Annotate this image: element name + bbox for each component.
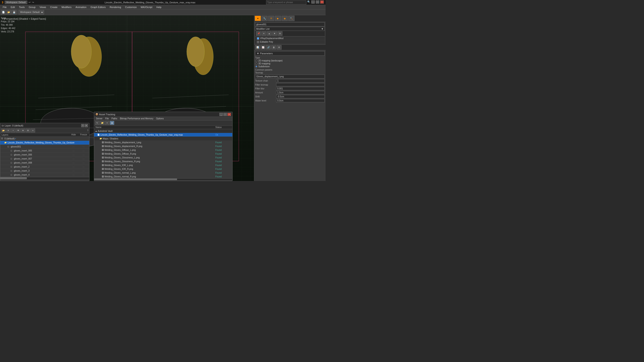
layers-hide-all-btn[interactable]: 👁 <box>16 128 20 132</box>
layer-row[interactable]: ☰0 (default)✓ <box>0 137 89 141</box>
menu-item-group[interactable]: Group <box>27 5 37 9</box>
modifier-vray-disp[interactable]: VRayDisplacementMod <box>255 37 325 40</box>
asset-table-btn[interactable]: ▦ <box>110 121 114 125</box>
asset-row[interactable]: ☁Autodesk Vault <box>94 129 232 133</box>
asset-row[interactable]: 🖼Welding_Gloves_Diffuse_R.pngFound <box>94 152 232 156</box>
show-end-result-btn[interactable]: 📊 <box>255 45 260 50</box>
menu-item-animation[interactable]: Animation <box>74 5 88 9</box>
layers-open-btn[interactable]: 📂 <box>1 128 6 132</box>
layers-settings1-btn[interactable]: ⚙ <box>26 128 30 132</box>
asset-row[interactable]: 🖼Welding_Gloves_Diffuse_L.pngFound <box>94 148 232 152</box>
toolbar-undo[interactable]: ↩ <box>28 1 31 4</box>
object-name-input[interactable] <box>255 22 325 26</box>
menu-item-create[interactable]: Create <box>48 5 59 9</box>
layers-delete-btn[interactable]: ✕ <box>6 128 10 132</box>
asset-minimize-btn[interactable]: _ <box>219 113 223 116</box>
layers-help-icon[interactable]: ? <box>87 129 88 132</box>
layer-row[interactable]: 📁Lincoln_Electric_Reflective_Welding_Glo… <box>0 141 89 145</box>
search-input[interactable] <box>266 0 306 4</box>
asset-scrollbar[interactable] <box>94 178 232 180</box>
maximize-button[interactable]: □ <box>316 0 319 3</box>
asset-row[interactable]: 📁Maps / Shaders <box>94 137 232 141</box>
panel-tab-utilities[interactable]: 🔨 <box>288 16 294 21</box>
menu-item-rendering[interactable]: Rendering <box>108 5 123 9</box>
layer-row[interactable]: ◻gloves_insert_005—— <box>0 149 89 153</box>
filter-texmap-value[interactable] <box>276 83 325 86</box>
workspace-dropdown[interactable]: Workspace: Default <box>5 1 27 4</box>
layer-row[interactable]: ◻gloves_insert_008—— <box>0 161 89 165</box>
menu-item-edit[interactable]: Edit <box>9 5 17 9</box>
asset-row[interactable]: 🖼Welding_Gloves_displacement_l.pngFound <box>94 141 232 144</box>
radio-subdivision[interactable]: Subdivision <box>255 65 325 68</box>
asset-folder-btn[interactable]: 📁 <box>100 121 104 125</box>
layers-scrollbar-thumb[interactable] <box>0 177 27 179</box>
menu-item-tools[interactable]: Tools <box>17 5 26 9</box>
menu-item-customize[interactable]: Customize <box>123 5 138 9</box>
asset-menu-paths[interactable]: Paths <box>111 117 118 120</box>
mod-delete-btn[interactable]: ✕ <box>262 31 266 36</box>
asset-row[interactable]: 🖼Welding_Gloves_IOR_L.pngFound <box>94 163 232 167</box>
panel-tab-create[interactable]: ✦ <box>255 16 261 21</box>
show-result-btn[interactable]: 📈 <box>260 45 266 50</box>
configure-btn[interactable]: ⚙ <box>276 45 282 50</box>
search-icon[interactable]: 🔍 <box>307 0 310 4</box>
mod-pin-btn[interactable]: 📌 <box>256 31 261 36</box>
close-button[interactable]: ✕ <box>320 0 324 3</box>
mod-settings-btn[interactable]: ⚙ <box>278 31 282 36</box>
asset-filter-btn[interactable]: ≡ <box>105 121 109 125</box>
mod-move-up-btn[interactable]: ▲ <box>267 31 272 36</box>
radio-2d-dot[interactable] <box>255 60 258 62</box>
asset-row[interactable]: 🖼Welding_Gloves_IOR_R.pngFound <box>94 167 232 171</box>
asset-row[interactable]: 🖼Welding_Gloves_normal_R.pngFound <box>94 175 232 178</box>
asset-row[interactable]: 📄Lincoln_Electric_Reflective_Welding_Glo… <box>94 133 232 137</box>
layers-close-btn[interactable]: ✕ <box>85 124 88 127</box>
menu-item-modifiers[interactable]: Modifiers <box>60 5 73 9</box>
filter-blur-value[interactable]: 0.001 <box>276 87 325 90</box>
menu-item-file[interactable]: File <box>1 5 8 9</box>
modifier-editable-poly[interactable]: Editable Poly <box>255 40 325 43</box>
new-button[interactable]: 📄 <box>1 10 6 14</box>
radio-2d[interactable]: 2D mapping (landscape) <box>255 59 325 62</box>
mod-checkbox-vray[interactable] <box>257 37 259 39</box>
layer-row[interactable]: ◻gloves_insert_2—— <box>0 165 89 169</box>
shift-value[interactable]: -0.5cm <box>276 95 325 98</box>
params-chevron[interactable]: ▼ <box>257 52 259 55</box>
toolbar-redo[interactable]: ↪ <box>32 1 34 4</box>
layers-scrollbar[interactable] <box>0 177 89 179</box>
layers-add-btn[interactable]: + <box>11 128 16 132</box>
asset-menu-bitmap-performance-and-memory[interactable]: Bitmap Performance and Memory <box>119 117 154 120</box>
save-button[interactable]: 💾 <box>12 10 16 14</box>
make-unique-btn[interactable]: 🔗 <box>266 45 271 50</box>
asset-menu-server[interactable]: Server <box>95 117 103 120</box>
mod-move-down-btn[interactable]: ▼ <box>272 31 277 36</box>
panel-tab-display[interactable]: ◉ <box>282 16 288 21</box>
asset-menu-file[interactable]: File <box>104 117 110 120</box>
panel-tab-hierarchy[interactable]: H <box>268 16 274 21</box>
water-level-value[interactable]: 0.0cm <box>276 99 325 102</box>
layer-row[interactable]: ◻gloves_insert_3—— <box>0 169 89 173</box>
asset-row[interactable]: 🖼Welding_Gloves_displacement_R.pngFound <box>94 144 232 148</box>
asset-menu-options[interactable]: Options <box>155 117 164 120</box>
panel-tab-motion[interactable]: ▶ <box>275 16 281 21</box>
radio-subdivision-dot[interactable] <box>255 65 258 68</box>
layer-row[interactable]: ◻gloves001—— <box>0 145 89 149</box>
radio-3d[interactable]: 3D mapping <box>255 62 325 65</box>
amount-value[interactable]: 1.0cm <box>276 91 325 94</box>
open-button[interactable]: 📂 <box>6 10 11 14</box>
layers-settings2-btn[interactable]: ≡ <box>31 128 35 132</box>
workspace-select[interactable]: Workspace: Default <box>18 10 44 14</box>
modifier-list-arrow[interactable]: ▼ <box>321 27 324 30</box>
asset-scrollbar-thumb[interactable] <box>94 179 177 180</box>
asset-refresh-btn[interactable]: ↻ <box>95 121 100 125</box>
layers-freeze-all-btn[interactable]: ❄ <box>21 128 25 132</box>
remove-mod-btn[interactable]: 🗑 <box>271 45 276 50</box>
layer-row[interactable]: ◻gloves_insert_006—— <box>0 153 89 157</box>
asset-row[interactable]: 🖼Welding_Gloves_Glossiness_R.pngFound <box>94 160 232 163</box>
asset-row[interactable]: 🖼Welding_Gloves_normal_L.pngFound <box>94 171 232 175</box>
layer-row[interactable]: ◻gloves_insert_4—— <box>0 173 89 177</box>
layers-help-btn[interactable]: ? <box>81 124 84 127</box>
menu-item-help[interactable]: Help <box>154 5 163 9</box>
asset-maximize-btn[interactable]: □ <box>224 113 227 116</box>
menu-item-views[interactable]: Views <box>38 5 48 9</box>
menu-item-maxscript[interactable]: MAXScript <box>139 5 154 9</box>
